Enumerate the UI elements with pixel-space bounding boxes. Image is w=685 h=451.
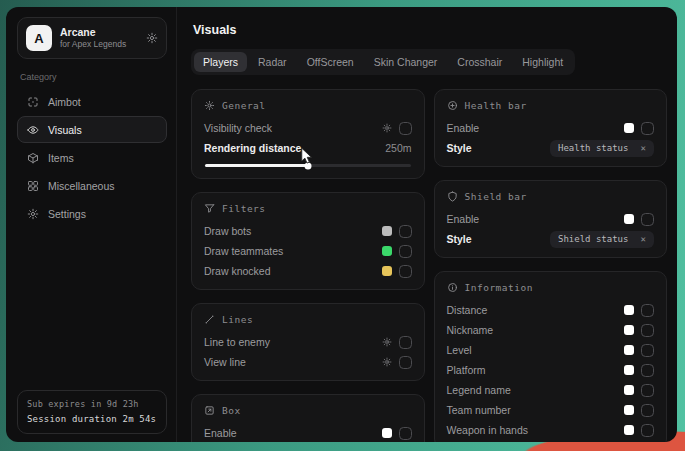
- setting-row: Style Health status✕: [447, 138, 655, 158]
- panel-shield-bar: Shield bar Enable Style Shield status✕: [434, 180, 668, 258]
- tab-radar[interactable]: Radar: [249, 52, 296, 72]
- setting-label: Enable: [447, 213, 480, 225]
- sidebar-item-label: Items: [48, 152, 74, 164]
- checkbox[interactable]: [399, 122, 412, 135]
- checkbox[interactable]: [641, 122, 654, 135]
- app-subtitle: for Apex Legends: [60, 39, 126, 50]
- row-gear-icon[interactable]: [382, 337, 392, 347]
- checkbox[interactable]: [641, 404, 654, 417]
- panel-title: General: [222, 100, 266, 111]
- panel-header: Information: [447, 280, 655, 295]
- setting-row: Enable: [447, 118, 655, 138]
- checkbox[interactable]: [399, 265, 412, 278]
- setting-row: Line to enemy: [204, 332, 412, 352]
- line-icon: [204, 314, 215, 325]
- row-gear-icon[interactable]: [382, 357, 392, 367]
- panel-general: General Visibility check Rendering dista…: [191, 89, 425, 179]
- checkbox[interactable]: [641, 384, 654, 397]
- sub-expiry-text: Sub expires in 9d 23h: [27, 398, 157, 412]
- color-swatch[interactable]: [624, 305, 634, 315]
- checkbox[interactable]: [641, 304, 654, 317]
- slider-thumb[interactable]: [304, 162, 311, 169]
- color-swatch[interactable]: [624, 123, 634, 133]
- checkbox[interactable]: [399, 356, 412, 369]
- checkbox[interactable]: [641, 344, 654, 357]
- setting-row: Rendering distance 250m: [204, 138, 412, 158]
- app-window: A Arcane for Apex Legends Category Aimbo…: [6, 7, 677, 442]
- style-select-value: Health status: [558, 144, 628, 153]
- checkbox[interactable]: [641, 424, 654, 437]
- cube-icon: [27, 152, 39, 164]
- setting-label: View line: [204, 356, 246, 368]
- setting-label: Style: [447, 142, 472, 154]
- clear-icon[interactable]: ✕: [641, 144, 646, 153]
- gear-icon[interactable]: [146, 32, 158, 44]
- app-logo: A: [26, 25, 52, 51]
- slider[interactable]: [205, 164, 411, 167]
- panel-lines: Lines Line to enemy View line: [191, 303, 425, 381]
- slider-value: 250m: [385, 142, 411, 154]
- shield-icon: [447, 191, 458, 202]
- setting-label: Platform: [447, 364, 486, 376]
- color-swatch[interactable]: [624, 385, 634, 395]
- checkbox[interactable]: [399, 245, 412, 258]
- color-swatch[interactable]: [382, 226, 392, 236]
- setting-label: Draw teammates: [204, 245, 283, 257]
- checkbox[interactable]: [641, 213, 654, 226]
- info-icon: [447, 282, 458, 293]
- row-gear-icon[interactable]: [382, 123, 392, 133]
- checkbox[interactable]: [399, 225, 412, 238]
- checkbox[interactable]: [399, 336, 412, 349]
- setting-label: Level: [447, 344, 472, 356]
- color-swatch[interactable]: [382, 266, 392, 276]
- setting-row: Style Shield status✕: [447, 229, 655, 249]
- color-swatch[interactable]: [624, 214, 634, 224]
- sidebar-item-visuals[interactable]: Visuals: [17, 116, 167, 143]
- eye-icon: [27, 124, 39, 136]
- panel-filters: Filters Draw bots Draw teammates Draw kn…: [191, 192, 425, 290]
- color-swatch[interactable]: [624, 345, 634, 355]
- setting-label: Line to enemy: [204, 336, 270, 348]
- tab-players[interactable]: Players: [194, 52, 247, 72]
- style-select-value: Shield status: [558, 235, 628, 244]
- setting-label: Legend name: [447, 384, 511, 396]
- sun-icon: [204, 100, 215, 111]
- tab-offscreen[interactable]: OffScreen: [298, 52, 363, 72]
- checkbox[interactable]: [399, 427, 412, 440]
- sidebar-item-miscellaneous[interactable]: Miscellaneous: [17, 172, 167, 199]
- panel-title: Box: [222, 405, 241, 416]
- tab-bar: PlayersRadarOffScreenSkin ChangerCrossha…: [191, 49, 575, 75]
- color-swatch[interactable]: [624, 325, 634, 335]
- checkbox[interactable]: [641, 364, 654, 377]
- checkbox[interactable]: [641, 324, 654, 337]
- logo-letter: A: [34, 31, 43, 46]
- sidebar-item-settings[interactable]: Settings: [17, 200, 167, 227]
- sidebar-item-label: Settings: [48, 208, 86, 220]
- sidebar-item-aimbot[interactable]: Aimbot: [17, 88, 167, 115]
- setting-row: Draw bots: [204, 221, 412, 241]
- color-swatch[interactable]: [382, 246, 392, 256]
- style-select[interactable]: Health status✕: [550, 140, 654, 157]
- panel-health-bar: Health bar Enable Style Health status✕: [434, 89, 668, 167]
- setting-label: Nickname: [447, 324, 494, 336]
- color-swatch[interactable]: [624, 425, 634, 435]
- app-name: Arcane: [60, 26, 126, 39]
- tab-skin-changer[interactable]: Skin Changer: [365, 52, 447, 72]
- setting-label: Draw bots: [204, 225, 251, 237]
- setting-row: Nickname: [447, 320, 655, 340]
- session-duration-text: Session duration 2m 54s: [27, 412, 157, 426]
- color-swatch[interactable]: [624, 365, 634, 375]
- setting-row: Visibility check: [204, 118, 412, 138]
- sidebar-item-items[interactable]: Items: [17, 144, 167, 171]
- color-swatch[interactable]: [624, 405, 634, 415]
- grid-icon: [27, 180, 39, 192]
- color-swatch[interactable]: [382, 428, 392, 438]
- setting-row: Draw teammates: [204, 241, 412, 261]
- tab-crosshair[interactable]: Crosshair: [448, 52, 511, 72]
- tab-highlight[interactable]: Highlight: [513, 52, 572, 72]
- sidebar: A Arcane for Apex Legends Category Aimbo…: [6, 7, 176, 442]
- setting-row: Team number: [447, 400, 655, 420]
- clear-icon[interactable]: ✕: [641, 235, 646, 244]
- style-select[interactable]: Shield status✕: [550, 231, 654, 248]
- box-icon: [204, 405, 215, 416]
